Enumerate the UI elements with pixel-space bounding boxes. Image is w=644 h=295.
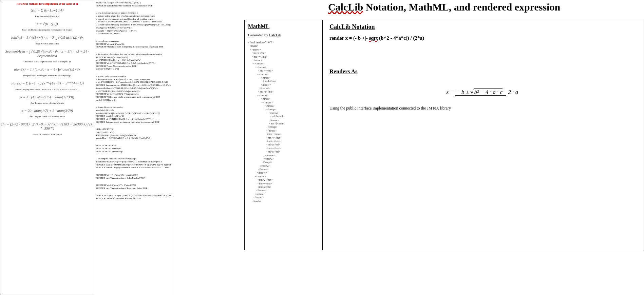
equation-display: π = 20 · atan(1/7) + 8 · atan(3/79) <box>0 109 94 113</box>
code-line: zeta(n)=SIGMA[1<=k<=INFINITY]( 1/(k^n) ) <box>96 2 171 4</box>
mid-panel: zeta(n)=SIGMA[1<=k<=INFINITY]( 1/(k^n) )… <box>94 0 173 295</box>
equation-display: asin'(x) = 1 / √(1−x²) · π = 6 · ∫₀^0.5 … <box>0 35 94 40</box>
left-title: Historical methods for computation of th… <box>0 2 94 5</box>
equation-caption: Arc Tangent series of John Machin <box>0 102 94 104</box>
denominator: 2 · a <box>506 89 520 95</box>
code-block: // James Gregory type seriesatan'(x)=1/(… <box>96 106 171 123</box>
footer-note: Using the public interface implementatio… <box>329 106 637 111</box>
calclib-heading: CalcLib Notation <box>329 23 637 31</box>
code-block: // very slow convergenceRENDERF pi=sqrt(… <box>96 40 171 48</box>
code-line: // pi=3*SQRT(3)/4 + 24*sum about 3.34687… <box>96 81 171 84</box>
equation-caption: Basel problem computing the convergence … <box>0 28 94 31</box>
code-line: asin'(x)=1/SQRT(1-x^2) <box>96 68 171 71</box>
code-line: // so sum≈approximately accurate to 1 pe… <box>96 24 171 26</box>
code-line: RENDERF pi=4*(4*atan(1/5) - atan(1/239)) <box>96 174 171 177</box>
code-line: // SegmentArea = SQRT(x-x^2) is used in … <box>96 78 171 81</box>
code-line: RENDER 'James Gregory atanseries : atan … <box>96 166 171 169</box>
code-line: RENDER atan(x)=SUMMATION[1<=i<=INFINITY]… <box>96 164 171 166</box>
jmtex-link[interactable]: JMTeX <box>427 106 439 111</box>
mathml-xml: <?xml version="1.0"?> - <math> - <mrow> … <box>248 41 319 203</box>
code-line: // James Gregory type series <box>96 106 171 109</box>
code-line: sqrt(x)=SQRT(x-x^2) <box>96 99 171 102</box>
code-line: atan'(x)=1/(1+x^2) <box>96 109 171 112</box>
code-block: RENDERF pi=20*atan(1/7)+8*atan(3/79)REND… <box>96 184 171 190</box>
code-block: // zeta is set parameter for approx whic… <box>96 12 171 35</box>
equation-display: atan(x) = Σ (i=1..∞) (xⁱ⁺³/(4·i−3) − xⁱ⁻… <box>0 81 94 85</box>
code-line: // pi^2/6 = 1.6449≈406684822642 →1/10000… <box>96 21 171 23</box>
equation-caption: Riemann zeta(n) function <box>0 15 94 18</box>
code-line: RENDER 'Series of Srinivasa Ramanujan' T… <box>96 197 171 200</box>
sqrt-radicand: b² − 4 · a · c <box>474 88 503 95</box>
left-block: π = 20 · atan(1/7) + 8 · atan(3/79)Arc T… <box>0 109 94 118</box>
code-line: // zeta is set parameter for approx whic… <box>96 12 171 15</box>
code-line: RENDERF 'Off center circle segment area … <box>96 96 171 99</box>
code-block: PRETTYPRINT LIMPRETTYPRINT zetaSqRtPRETT… <box>96 144 171 153</box>
left-block: atan(x) = Σ (i=1..∞) (xⁱ⁺³/(4·i−3) − xⁱ⁻… <box>0 81 94 91</box>
sqrt-underlined: sqrt <box>369 35 378 41</box>
code-line: RENDERF 1/pi = 2 * sqrt(2)/9801 * ( SUMM… <box>96 195 171 197</box>
code-line: !!atn'(x)=1/(1+x*x) <box>96 131 171 134</box>
code-block: // arc tangent functions used to compute… <box>96 158 171 169</box>
code-block: zeta(n)=SIGMA[1<=k<=INFINITY]( 1/(k^n) )… <box>96 2 171 7</box>
numerator: −b ± √b² − 4 · a · c <box>455 89 506 96</box>
code-line: // very slow convergence <box>96 40 171 43</box>
code-line: RENDER 'Arc Tangent series of Leonhard E… <box>96 187 171 190</box>
code-line: PRETTYPRINT atanIntRep <box>96 151 171 153</box>
mathml-heading: MathML <box>248 23 319 29</box>
code-block: RENDERF 1/pi = 2 * sqrt(2)/9801 * ( SUMM… <box>96 195 171 200</box>
left-block: SegmentArea = ∫₀^0.25 √(x−x²) · ∂x · π =… <box>0 49 94 63</box>
code-block: LIM=1/INFINITY!!atn'(x)=1/(1+x*x)4*INTEG… <box>96 128 171 140</box>
left-panel: Historical methods for computation of th… <box>0 0 94 295</box>
code-line: // 10000 terms=3.141497 <box>96 33 171 35</box>
code-line: RENDERF asin'(x)=1/sqrt(1-x^2) <box>96 56 171 59</box>
code-line: zetaSqRt = SQRT(6*zetaApprox – 10^(-7)) <box>96 30 171 33</box>
code-line: 4*INTEGRAL[0<=x<=1<-dx](atn'(x))*dx <box>96 134 171 137</box>
two-column-box: MathML Generated by CalcLib <?xml versio… <box>244 20 644 250</box>
equation-display: SegmentArea = ∫₀^0.25 √(x−x²) · ∂x · π =… <box>0 49 94 58</box>
renders-as-heading: Renders As <box>329 68 637 75</box>
code-line: // sum of inverse squares not small fast… <box>96 18 171 21</box>
title-underlined: CalcLib <box>328 1 363 13</box>
equation-caption: Integration of arc tangent derivative to… <box>0 74 94 77</box>
code-line: pi=6*INTEGRAL[0<=x<=0.5<-dx](asin'(x)*x' <box>96 59 171 62</box>
code-block: // or the circle segment equation// Segm… <box>96 75 171 101</box>
code-line: RENDERF pi=sqrt(6*zeta(2)) <box>96 43 171 46</box>
code-line: RENDERF pi=3/4*sqrt(3)+24*SegmentArea <box>96 93 171 96</box>
calclib-link[interactable]: CalcLib <box>269 33 281 37</box>
code-line: // declaration of symbols that can be us… <box>96 53 171 56</box>
generated-line: Generated by CalcLib <box>248 33 319 37</box>
code-line: RENDER SegmentArea = INTEGRAL[0<=x<=0.25… <box>96 84 171 87</box>
left-block: ζ(n) = Σ (k=1..∞) 1/kⁿRiemann zeta(n) fu… <box>0 8 94 18</box>
rendered-equation: x = −b ± √b² − 4 · a · c 2 · a <box>329 88 637 96</box>
left-block: π = √(6 · ζ(2))Basel problem computing t… <box>0 22 94 31</box>
equation-caption: Off center circle segment area used to c… <box>0 60 94 63</box>
code-line: zetaApprox=SIGMA[1<=k<=(1/#^n)] <box>96 27 171 29</box>
title-rest: Notation, MathML, and rendered expressio… <box>363 1 560 13</box>
equation-display: atan'(x) = 1 / (1+x²) · π = 4 · ∫₀¹ atan… <box>0 67 94 72</box>
code-line: SegmentIntRep=INTEGRAL[0<=x<=0.25<-dx](s… <box>96 87 171 90</box>
left-block: 1/π = (2·√2 / 9801) · Σ (k=0..∞) (4·k)! … <box>0 122 94 136</box>
main-title: CalcLib Notation, MathML, and rendered e… <box>244 1 644 13</box>
fraction: −b ± √b² − 4 · a · c 2 · a <box>455 89 520 96</box>
equation-caption: Series of Srinivasa Ramanujan <box>0 133 94 136</box>
code-line: RENDER 'Arc Tangent series of John Machi… <box>96 177 171 180</box>
code-line: // or the circle segment equation <box>96 75 171 78</box>
equation-display: 1/π = (2·√2 / 9801) · Σ (k=0..∞) (4·k)! … <box>0 122 94 131</box>
code-line: RENDERF pi=6*INTEGRAL[0<=x<=0.5<-dx](asi… <box>96 62 171 65</box>
left-block: asin'(x) = 1 / √(1−x²) · π = 6 · ∫₀^0.5 … <box>0 35 94 45</box>
code-line: RENDERF 'Isaac Newton asin series' TOP <box>96 65 171 68</box>
mathml-column: MathML Generated by CalcLib <?xml versio… <box>245 20 323 250</box>
calclib-column: CalcLib Notation render x = (- b +|- sqr… <box>323 20 644 250</box>
code-line: RENDER atan'(x)=1/(1+x^2) <box>96 115 171 118</box>
equation-display: π = 4 · (4 · atan(1/5) − atan(1/239)) <box>0 95 94 99</box>
code-line: // instead using a function which parame… <box>96 15 171 18</box>
equation-display: ζ(n) = Σ (k=1..∞) 1/kⁿ <box>0 8 94 12</box>
equation-caption: Arc Tangent series of Leonhard Euler <box>0 115 94 118</box>
render-expression: render x = (- b +|- sqrt (b^2 - 4*a*c)) … <box>329 35 637 41</box>
right-panel: CalcLib Notation, MathML, and rendered e… <box>244 0 644 295</box>
code-line: // ≈INTEGRAL[0<=x<=0.25<-dx]sqrt(x-x^2) <box>96 90 171 93</box>
equation-caption: James Gregory atan series : atan x = x −… <box>0 88 94 91</box>
code-line: RENDER 'Integration of arc tangent deriv… <box>96 121 171 124</box>
code-line: PRETTYPRINT LIM <box>96 144 171 147</box>
code-block: // declaration of symbols that can be us… <box>96 53 171 71</box>
